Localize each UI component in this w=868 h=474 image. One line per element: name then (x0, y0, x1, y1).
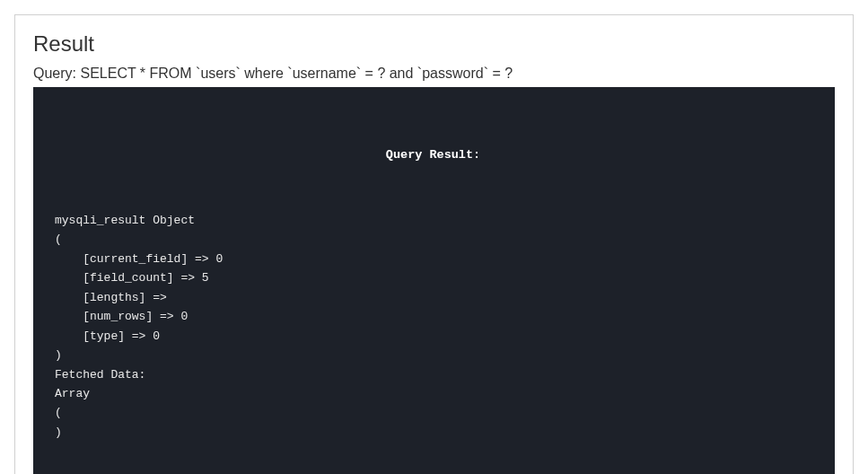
result-panel: Result Query: SELECT * FROM `users` wher… (14, 14, 854, 474)
code-body: mysqli_result Object ( [current_field] =… (55, 211, 811, 442)
code-block: Query Result: mysqli_result Object ( [cu… (33, 87, 835, 474)
query-text: SELECT * FROM `users` where `username` =… (80, 66, 513, 81)
result-title: Result (33, 31, 835, 57)
query-label: Query: (33, 66, 80, 81)
query-line: Query: SELECT * FROM `users` where `user… (33, 66, 835, 82)
code-header: Query Result: (55, 145, 811, 165)
